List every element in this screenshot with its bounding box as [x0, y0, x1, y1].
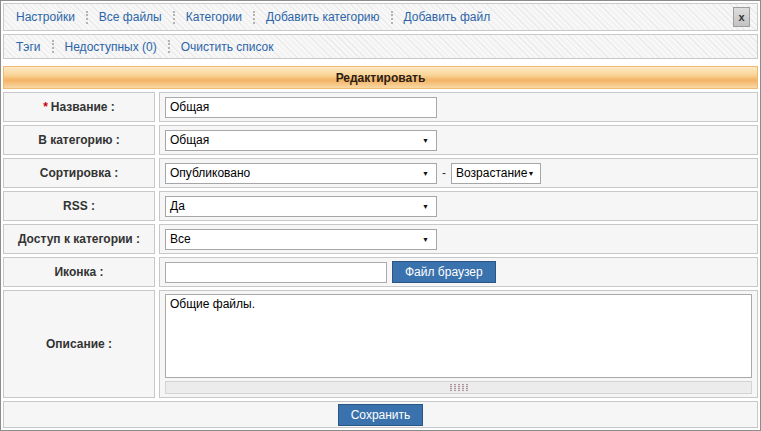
- form-row-save: Сохранить: [3, 401, 758, 428]
- form-title: Редактировать: [3, 66, 758, 89]
- rss-select[interactable]: Да ▼: [165, 196, 437, 217]
- nav-item-clear-list[interactable]: Очистить список: [181, 40, 274, 54]
- access-label-text: Доступ к категории :: [18, 232, 140, 246]
- save-button[interactable]: Сохранить: [338, 404, 424, 426]
- description-textarea[interactable]: Общие файлы.: [165, 294, 752, 378]
- rss-field-cell: Да ▼: [159, 191, 758, 221]
- nav-divider: [173, 11, 175, 24]
- chevron-down-icon: ▼: [527, 170, 534, 177]
- nav-item-add-file[interactable]: Добавить файл: [404, 10, 491, 24]
- form-row-rss: RSS : Да ▼: [3, 191, 758, 221]
- chevron-down-icon: ▼: [422, 236, 429, 243]
- form-row-access: Доступ к категории : Все ▼: [3, 224, 758, 254]
- category-select-value: Общая: [170, 133, 209, 147]
- category-field-cell: Общая ▼: [159, 125, 758, 155]
- name-label: * Название :: [3, 92, 155, 122]
- icon-field-cell: Файл браузер: [159, 257, 758, 287]
- form-row-sorting: Сортировка : Опубликовано ▼ - Возрастани…: [3, 158, 758, 188]
- access-select-value: Все: [170, 232, 191, 246]
- edit-category-form: Редактировать * Название : В категорию :…: [3, 66, 758, 428]
- category-select[interactable]: Общая ▼: [165, 130, 437, 151]
- nav-item-unavailable[interactable]: Недоступных (0): [65, 40, 157, 54]
- description-label-text: Описание :: [46, 337, 112, 351]
- rss-select-value: Да: [170, 199, 185, 213]
- icon-input[interactable]: [165, 262, 387, 283]
- file-browser-button[interactable]: Файл браузер: [392, 261, 496, 283]
- rss-label-text: RSS :: [63, 199, 95, 213]
- description-field-cell: Общие файлы.: [159, 290, 758, 398]
- name-field-cell: [159, 92, 758, 122]
- form-row-icon: Иконка : Файл браузер: [3, 257, 758, 287]
- nav-item-categories[interactable]: Категории: [186, 10, 242, 24]
- sorting-separator: -: [442, 166, 446, 180]
- nav-item-tags[interactable]: Тэги: [16, 40, 41, 54]
- nav-item-settings[interactable]: Настройки: [16, 10, 75, 24]
- nav-divider: [391, 11, 393, 24]
- chevron-down-icon: ▼: [422, 170, 429, 177]
- chevron-down-icon: ▼: [422, 137, 429, 144]
- form-row-category: В категорию : Общая ▼: [3, 125, 758, 155]
- nav-divider: [168, 40, 170, 53]
- nav-divider: [86, 11, 88, 24]
- access-select[interactable]: Все ▼: [165, 229, 437, 250]
- resize-grip-icon: [450, 384, 468, 391]
- access-label: Доступ к категории :: [3, 224, 155, 254]
- rss-label: RSS :: [3, 191, 155, 221]
- nav-item-all-files[interactable]: Все файлы: [99, 10, 162, 24]
- admin-panel: Настройки Все файлы Категории Добавить к…: [0, 0, 761, 431]
- name-label-text: Название :: [51, 100, 115, 114]
- sorting-field-cell: Опубликовано ▼ - Возрастание ▼: [159, 158, 758, 188]
- textarea-resize-bar[interactable]: [165, 381, 752, 394]
- icon-label: Иконка :: [3, 257, 155, 287]
- category-label: В категорию :: [3, 125, 155, 155]
- form-row-name: * Название :: [3, 92, 758, 122]
- category-label-text: В категорию :: [38, 133, 120, 147]
- form-row-description: Описание : Общие файлы.: [3, 290, 758, 398]
- nav-item-add-category[interactable]: Добавить категорию: [266, 10, 380, 24]
- icon-label-text: Иконка :: [54, 265, 103, 279]
- sorting-label: Сортировка :: [3, 158, 155, 188]
- secondary-navbar: Тэги Недоступных (0) Очистить список: [3, 34, 758, 59]
- sort-order-select-value: Возрастание: [456, 166, 527, 180]
- description-label: Описание :: [3, 290, 155, 398]
- sorting-select-value: Опубликовано: [170, 166, 250, 180]
- save-cell: Сохранить: [3, 401, 758, 428]
- nav-divider: [52, 40, 54, 53]
- sorting-label-text: Сортировка :: [40, 166, 118, 180]
- sort-order-select[interactable]: Возрастание ▼: [451, 163, 541, 184]
- close-button[interactable]: x: [733, 7, 750, 27]
- nav-divider: [253, 11, 255, 24]
- sorting-select[interactable]: Опубликовано ▼: [165, 163, 437, 184]
- access-field-cell: Все ▼: [159, 224, 758, 254]
- primary-navbar: Настройки Все файлы Категории Добавить к…: [3, 3, 758, 31]
- required-marker: *: [43, 100, 48, 114]
- name-input[interactable]: [165, 97, 437, 118]
- chevron-down-icon: ▼: [422, 203, 429, 210]
